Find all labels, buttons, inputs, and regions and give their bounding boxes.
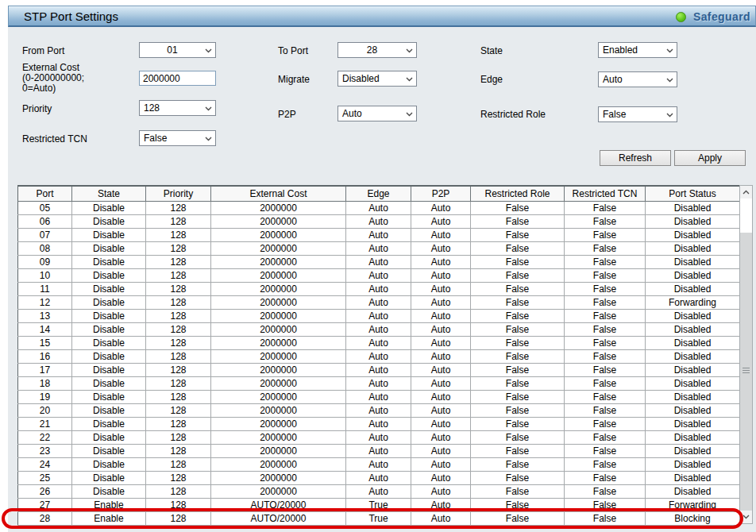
cell-edge: Auto (346, 322, 411, 336)
cell-port-status: Forwarding (646, 498, 740, 511)
edge-label: Edge (480, 74, 503, 85)
cell-priority: 128 (146, 403, 211, 417)
cell-port-status: Forwarding (646, 295, 740, 309)
cell-p2p: Auto (411, 201, 471, 214)
cell-priority: 128 (146, 376, 211, 390)
table-scrollbar[interactable] (739, 185, 753, 524)
safeguard-status-dot-icon (676, 12, 686, 22)
cell-restricted-role: False (471, 444, 565, 457)
migrate-select[interactable]: Disabled (338, 71, 417, 87)
scrollbar-down-button[interactable] (740, 511, 752, 523)
cell-edge: Auto (346, 390, 411, 403)
cell-p2p: Auto (411, 309, 471, 322)
cell-port: 10 (18, 268, 72, 282)
state-select[interactable]: Enabled (598, 42, 677, 58)
cell-edge: Auto (346, 295, 411, 309)
table-row: 21 Disable 128 2000000 Auto Auto False F… (18, 417, 740, 430)
cell-state: Disable (72, 484, 146, 498)
cell-restricted-tcn: False (565, 498, 646, 511)
cell-edge: Auto (346, 241, 411, 255)
cell-priority: 128 (146, 511, 211, 525)
cell-state: Disable (72, 363, 146, 376)
cell-restricted-tcn: False (565, 322, 646, 336)
cell-edge: Auto (346, 214, 411, 228)
cell-restricted-tcn: False (565, 349, 646, 363)
cell-port-status: Disabled (646, 268, 740, 282)
cell-port-status: Blocking (646, 511, 740, 525)
cell-port: 09 (18, 255, 72, 268)
to-port-value: 28 (342, 44, 402, 56)
cell-external-cost: 2000000 (211, 336, 346, 349)
cell-restricted-tcn: False (565, 376, 646, 390)
cell-restricted-role: False (471, 390, 565, 403)
p2p-select[interactable]: Auto (338, 106, 417, 121)
cell-restricted-role: False (471, 336, 565, 349)
cell-p2p: Auto (411, 376, 471, 390)
cell-p2p: Auto (411, 255, 471, 268)
restricted-tcn-select[interactable]: False (139, 130, 216, 146)
cell-state: Disable (72, 471, 146, 484)
cell-priority: 128 (146, 336, 211, 349)
restricted-tcn-label: Restricted TCN (22, 133, 87, 145)
cell-external-cost: 2000000 (211, 390, 346, 403)
from-port-select[interactable]: 01 (139, 42, 216, 58)
to-port-select[interactable]: 28 (338, 42, 417, 58)
cell-port-status: Disabled (646, 403, 740, 417)
apply-button[interactable]: Apply (674, 150, 746, 166)
scrollbar-up-button[interactable] (740, 186, 752, 199)
cell-external-cost: 2000000 (211, 201, 346, 214)
cell-priority: 128 (146, 322, 211, 336)
cell-external-cost: 2000000 (211, 457, 346, 471)
edge-value: Auto (603, 74, 662, 86)
cell-external-cost: 2000000 (211, 268, 346, 282)
refresh-button[interactable]: Refresh (600, 150, 671, 166)
cell-port: 28 (18, 511, 72, 525)
col-restricted-role: Restricted Role (471, 186, 565, 201)
cell-external-cost: 2000000 (211, 430, 346, 444)
cell-p2p: Auto (411, 349, 471, 363)
external-cost-input[interactable] (139, 71, 216, 86)
cell-external-cost: 2000000 (211, 349, 346, 363)
safeguard-logo: Safeguard (676, 10, 750, 23)
chevron-down-icon (205, 137, 212, 141)
cell-state: Disable (72, 457, 146, 471)
cell-priority: 128 (146, 390, 211, 403)
cell-restricted-role: False (471, 430, 565, 444)
cell-priority: 128 (146, 282, 211, 295)
edge-select[interactable]: Auto (598, 71, 677, 87)
chevron-down-icon (205, 48, 212, 53)
cell-restricted-role: False (471, 309, 565, 322)
restricted-role-select[interactable]: False (598, 106, 677, 122)
cell-p2p: Auto (411, 322, 471, 336)
cell-port: 25 (18, 471, 72, 484)
chevron-down-icon (666, 48, 673, 53)
cell-restricted-tcn: False (565, 268, 646, 282)
cell-port-status: Disabled (646, 255, 740, 268)
cell-priority: 128 (146, 268, 211, 282)
cell-external-cost: 2000000 (211, 403, 346, 417)
cell-port: 08 (18, 241, 72, 255)
cell-restricted-tcn: False (565, 295, 646, 309)
cell-p2p: Auto (411, 403, 471, 417)
cell-p2p: Auto (411, 417, 471, 430)
cell-state: Disable (72, 255, 146, 268)
cell-priority: 128 (146, 457, 211, 471)
cell-restricted-tcn: False (565, 457, 646, 471)
cell-port-status: Disabled (646, 228, 740, 241)
cell-port: 22 (18, 430, 72, 444)
cell-external-cost: 2000000 (211, 471, 346, 484)
priority-select[interactable]: 128 (139, 100, 216, 116)
cell-port-status: Disabled (646, 309, 740, 322)
cell-restricted-tcn: False (565, 241, 646, 255)
cell-restricted-tcn: False (565, 444, 646, 457)
cell-priority: 128 (146, 201, 211, 214)
cell-external-cost: AUTO/20000 (211, 498, 346, 511)
cell-port: 16 (18, 349, 72, 363)
cell-restricted-role: False (471, 349, 565, 363)
cell-edge: Auto (346, 376, 411, 390)
scrollbar-thumb[interactable] (740, 233, 752, 511)
cell-restricted-role: False (471, 511, 565, 525)
cell-state: Disable (72, 295, 146, 309)
cell-port: 05 (18, 201, 72, 214)
cell-restricted-role: False (471, 498, 565, 511)
